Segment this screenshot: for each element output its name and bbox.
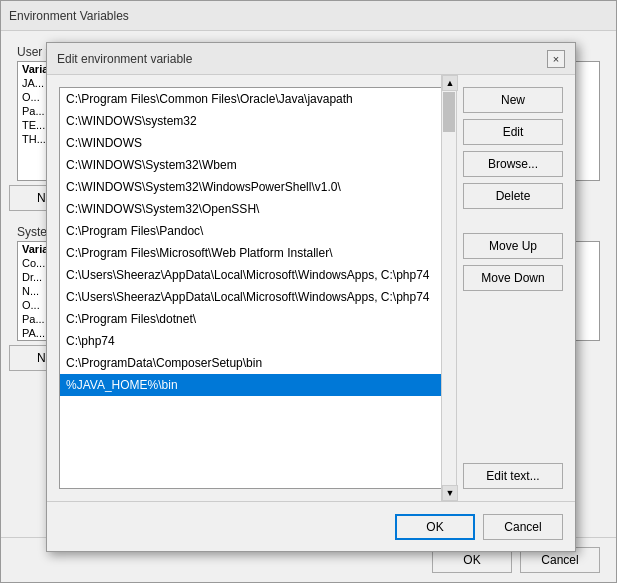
- list-item[interactable]: C:\WINDOWS: [60, 132, 452, 154]
- list-item[interactable]: C:\WINDOWS\system32: [60, 110, 452, 132]
- new-button[interactable]: New: [463, 87, 563, 113]
- list-item[interactable]: C:\Program Files\Microsoft\Web Platform …: [60, 242, 452, 264]
- edit-env-dialog: Edit environment variable × C:\Program F…: [46, 42, 576, 552]
- delete-button[interactable]: Delete: [463, 183, 563, 209]
- move-down-button[interactable]: Move Down: [463, 265, 563, 291]
- list-item[interactable]: C:\php74: [60, 330, 452, 352]
- edit-text-button[interactable]: Edit text...: [463, 463, 563, 489]
- bg-title-bar: Environment Variables: [1, 1, 616, 31]
- dialog-close-button[interactable]: ×: [547, 50, 565, 68]
- edit-button[interactable]: Edit: [463, 119, 563, 145]
- list-item[interactable]: C:\WINDOWS\System32\WindowsPowerShell\v1…: [60, 176, 452, 198]
- dialog-title-bar: Edit environment variable ×: [47, 43, 575, 75]
- env-var-list[interactable]: C:\Program Files\Common Files\Oracle\Jav…: [59, 87, 453, 489]
- list-item[interactable]: C:\Program Files\dotnet\: [60, 308, 452, 330]
- list-item[interactable]: C:\Users\Sheeraz\AppData\Local\Microsoft…: [60, 264, 452, 286]
- list-item[interactable]: C:\Program Files\Pandoc\: [60, 220, 452, 242]
- dialog-footer: OK Cancel: [47, 501, 575, 551]
- scroll-thumb[interactable]: [443, 92, 455, 132]
- list-item[interactable]: C:\WINDOWS\System32\Wbem: [60, 154, 452, 176]
- scroll-track: [442, 91, 456, 485]
- dialog-cancel-button[interactable]: Cancel: [483, 514, 563, 540]
- scrollbar[interactable]: ▲ ▼: [441, 75, 457, 501]
- browse-button[interactable]: Browse...: [463, 151, 563, 177]
- scroll-up-arrow[interactable]: ▲: [442, 75, 458, 91]
- move-up-button[interactable]: Move Up: [463, 233, 563, 259]
- list-item-selected[interactable]: %JAVA_HOME%\bin: [60, 374, 452, 396]
- list-item[interactable]: C:\Users\Sheeraz\AppData\Local\Microsoft…: [60, 286, 452, 308]
- list-item[interactable]: C:\Program Files\Common Files\Oracle\Jav…: [60, 88, 452, 110]
- list-item[interactable]: C:\WINDOWS\System32\OpenSSH\: [60, 198, 452, 220]
- dialog-title: Edit environment variable: [57, 52, 192, 66]
- bg-title-text: Environment Variables: [9, 9, 129, 23]
- scroll-down-arrow[interactable]: ▼: [442, 485, 458, 501]
- dialog-ok-button[interactable]: OK: [395, 514, 475, 540]
- list-item[interactable]: C:\ProgramData\ComposerSetup\bin: [60, 352, 452, 374]
- dialog-body: C:\Program Files\Common Files\Oracle\Jav…: [47, 75, 575, 501]
- dialog-buttons-panel: New Edit Browse... Delete Move Up Move D…: [463, 87, 563, 489]
